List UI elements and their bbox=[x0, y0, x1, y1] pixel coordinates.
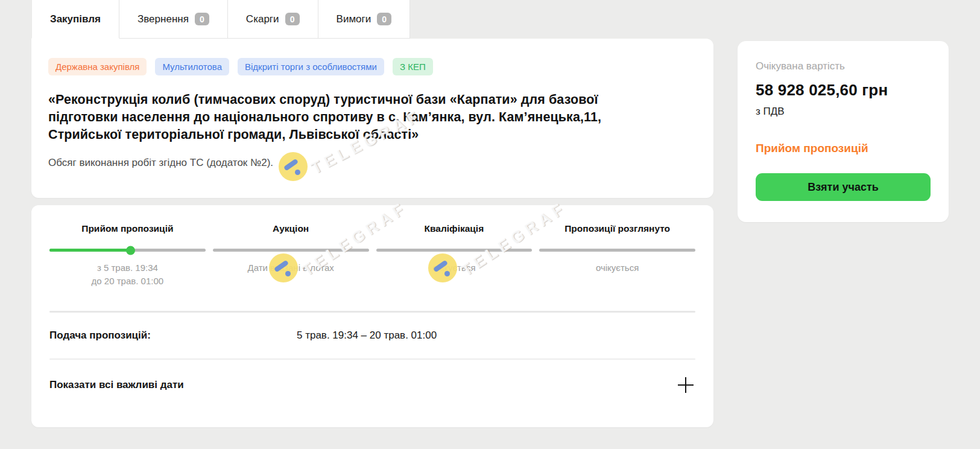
progress-dot bbox=[126, 246, 135, 255]
stage-label: Кваліфікація bbox=[376, 223, 533, 234]
tab-label: Звернення bbox=[138, 13, 189, 25]
stage-progress-fill bbox=[49, 249, 131, 252]
page: Закупівля Звернення 0 Скарги 0 Вимоги 0 … bbox=[0, 0, 980, 449]
count-badge: 0 bbox=[285, 13, 300, 25]
stage-qualification: Кваліфікація очікується bbox=[376, 223, 533, 288]
show-all-dates-row[interactable]: Показати всі важливі дати bbox=[49, 360, 695, 410]
badge-row: Державна закупівля Мультилотова Відкриті… bbox=[48, 58, 695, 75]
expected-value-label: Очікувана вартість bbox=[756, 60, 931, 72]
tab-bar: Закупівля Звернення 0 Скарги 0 Вимоги 0 bbox=[31, 0, 410, 39]
stage-dates: з 5 трав. 19:34 до 20 трав. 01:00 bbox=[49, 261, 206, 288]
stages-row: Прийом пропозицій з 5 трав. 19:34 до 20 … bbox=[49, 223, 695, 288]
stage-proposals: Прийом пропозицій з 5 трав. 19:34 до 20 … bbox=[49, 223, 206, 288]
stage-reviewed: Пропозиції розглянуто очікується bbox=[539, 223, 695, 288]
expected-value-amount: 58 928 025,60 грн bbox=[756, 81, 931, 100]
show-all-dates-label: Показати всі важливі дати bbox=[49, 379, 184, 391]
submission-dates: 5 трав. 19:34 – 20 трав. 01:00 bbox=[297, 330, 437, 342]
submission-row: Подача пропозицій: 5 трав. 19:34 – 20 тр… bbox=[49, 313, 695, 358]
stage-dates: очікується bbox=[376, 261, 533, 275]
stage-dates: очікується bbox=[539, 261, 695, 275]
expand-dates-button[interactable] bbox=[676, 375, 695, 395]
stage-progress-bar bbox=[213, 249, 369, 252]
tender-description: Обсяг виконання робіт згідно ТС (додаток… bbox=[48, 157, 695, 169]
stage-progress-bar bbox=[539, 249, 695, 252]
vat-note: з ПДВ bbox=[756, 106, 931, 118]
tab-appeals[interactable]: Звернення 0 bbox=[119, 0, 228, 39]
tab-label: Закупівля bbox=[50, 13, 101, 25]
tab-complaints[interactable]: Скарги 0 bbox=[228, 0, 318, 39]
tender-summary-card: Державна закупівля Мультилотова Відкриті… bbox=[31, 39, 713, 198]
tab-label: Скарги bbox=[246, 13, 279, 25]
tab-requirements[interactable]: Вимоги 0 bbox=[318, 0, 411, 39]
stage-auction: Аукціон Дати вказані в лотах bbox=[213, 223, 369, 288]
stage-label: Прийом пропозицій bbox=[49, 223, 206, 234]
plus-icon bbox=[677, 376, 695, 394]
badge-state-procurement: Державна закупівля bbox=[48, 58, 147, 75]
participate-button[interactable]: Взяти участь bbox=[756, 173, 931, 201]
stage-label: Пропозиції розглянуто bbox=[539, 223, 695, 234]
status-badge: Прийом пропозицій bbox=[756, 142, 931, 155]
stage-label: Аукціон bbox=[213, 223, 369, 234]
tender-title: «Реконструкція колиб (тимчасових споруд)… bbox=[48, 91, 651, 144]
stage-dates: Дати вказані в лотах bbox=[213, 261, 369, 275]
stage-progress-bar bbox=[49, 249, 206, 252]
badge-open-bidding: Відкриті торги з особливостями bbox=[238, 58, 384, 75]
expected-value-card: Очікувана вартість 58 928 025,60 грн з П… bbox=[738, 41, 949, 222]
stage-progress-bar bbox=[376, 249, 533, 252]
badge-multilot: Мультилотова bbox=[155, 58, 229, 75]
badge-kep: З КЕП bbox=[393, 58, 433, 75]
count-badge: 0 bbox=[195, 13, 209, 25]
tab-label: Вимоги bbox=[337, 13, 371, 25]
submission-label: Подача пропозицій: bbox=[49, 330, 297, 342]
tab-procurement[interactable]: Закупівля bbox=[31, 0, 119, 39]
timeline-card: Прийом пропозицій з 5 трав. 19:34 до 20 … bbox=[31, 205, 713, 427]
count-badge: 0 bbox=[377, 13, 391, 25]
